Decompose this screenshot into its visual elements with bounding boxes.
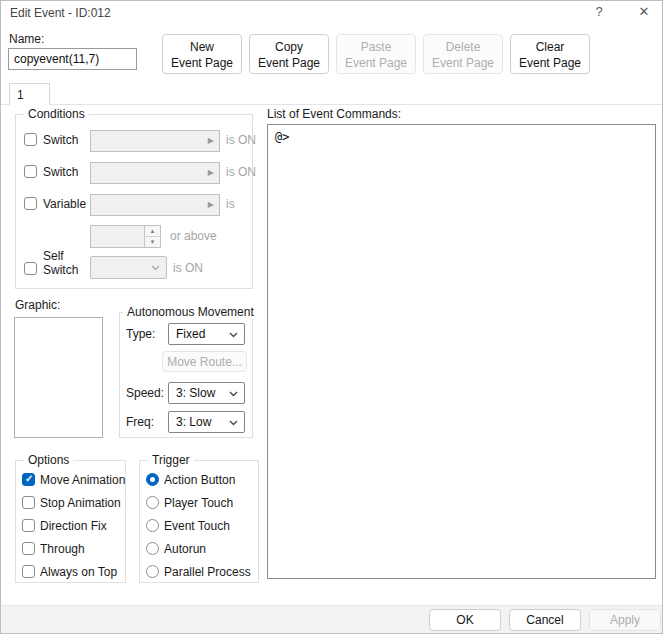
conditions-group: Conditions Switch ▶ is ON Switch ▶ is ON… bbox=[15, 114, 253, 289]
chevron-down-icon bbox=[229, 332, 238, 338]
through-checkbox[interactable] bbox=[22, 542, 35, 555]
commands-list-label: List of Event Commands: bbox=[267, 107, 401, 121]
cancel-button[interactable]: Cancel bbox=[509, 609, 581, 631]
movement-title: Autonomous Movement bbox=[123, 305, 258, 319]
trigger-group: Trigger Action Button Player Touch Event… bbox=[139, 460, 259, 583]
window-title: Edit Event - ID:012 bbox=[10, 6, 111, 20]
event-touch-radio[interactable] bbox=[146, 519, 159, 532]
self-switch-label-line1: Self bbox=[43, 249, 64, 263]
variable-label: Variable bbox=[43, 197, 86, 211]
dropdown-value: 3: Low bbox=[176, 415, 211, 429]
movement-freq-dropdown[interactable]: 3: Low bbox=[168, 411, 245, 433]
always-on-top-label: Always on Top bbox=[40, 565, 117, 579]
options-title: Options bbox=[24, 453, 73, 467]
autorun-label: Autorun bbox=[164, 542, 206, 556]
copy-event-page-button[interactable]: Copy Event Page bbox=[249, 34, 329, 74]
switch1-checkbox[interactable] bbox=[24, 133, 37, 146]
move-route-button[interactable]: Move Route... bbox=[162, 351, 247, 372]
button-label: Copy bbox=[275, 40, 303, 54]
button-label: Event Page bbox=[171, 56, 233, 70]
stop-animation-checkbox[interactable] bbox=[22, 496, 35, 509]
action-button-radio[interactable] bbox=[146, 473, 159, 486]
autorun-radio[interactable] bbox=[146, 542, 159, 555]
button-label: Event Page bbox=[258, 56, 320, 70]
footer-bar: OK Cancel Apply bbox=[1, 605, 663, 634]
dropdown-value: 3: Slow bbox=[176, 386, 215, 400]
titlebar: Edit Event - ID:012 ? ✕ bbox=[1, 1, 662, 27]
self-switch-checkbox[interactable] bbox=[24, 262, 37, 275]
button-label: Event Page bbox=[345, 56, 407, 70]
switch2-selector[interactable]: ▶ bbox=[90, 162, 220, 184]
tab-page-1[interactable]: 1 bbox=[9, 83, 50, 105]
graphic-picker-box[interactable] bbox=[14, 317, 103, 438]
direction-fix-checkbox[interactable] bbox=[22, 519, 35, 532]
command-line[interactable]: @> bbox=[268, 125, 655, 144]
tab-strip-divider bbox=[1, 104, 663, 105]
chevron-down-icon bbox=[229, 420, 238, 426]
variable-value-spinner[interactable]: ▲ ▼ bbox=[90, 225, 161, 248]
player-touch-radio[interactable] bbox=[146, 496, 159, 509]
self-switch-dropdown[interactable] bbox=[90, 256, 167, 279]
action-button-label: Action Button bbox=[164, 473, 235, 487]
button-label: Clear bbox=[536, 40, 565, 54]
button-label: Delete bbox=[446, 40, 481, 54]
conditions-title: Conditions bbox=[24, 107, 89, 121]
variable-selector[interactable]: ▶ bbox=[90, 194, 220, 216]
delete-event-page-button[interactable]: Delete Event Page bbox=[423, 34, 503, 74]
dropdown-value: Fixed bbox=[176, 327, 205, 341]
direction-fix-label: Direction Fix bbox=[40, 519, 107, 533]
self-switch-suffix: is ON bbox=[173, 261, 203, 275]
variable-checkbox[interactable] bbox=[24, 197, 37, 210]
move-animation-checkbox[interactable] bbox=[22, 473, 35, 486]
chevron-down-icon bbox=[229, 391, 238, 397]
event-touch-label: Event Touch bbox=[164, 519, 230, 533]
button-label: Paste bbox=[361, 40, 392, 54]
speed-label: Speed: bbox=[126, 386, 164, 400]
ok-button[interactable]: OK bbox=[429, 609, 501, 631]
switch1-label: Switch bbox=[43, 133, 78, 147]
name-input[interactable] bbox=[8, 48, 137, 70]
options-group: Options Move Animation Stop Animation Di… bbox=[15, 460, 126, 583]
self-switch-label-line2: Switch bbox=[43, 263, 78, 277]
event-commands-list[interactable]: @> bbox=[267, 124, 656, 579]
freq-label: Freq: bbox=[126, 415, 154, 429]
switch2-label: Switch bbox=[43, 165, 78, 179]
clear-event-page-button[interactable]: Clear Event Page bbox=[510, 34, 590, 74]
trigger-title: Trigger bbox=[148, 453, 194, 467]
self-switch-label: Self Switch bbox=[43, 249, 78, 277]
player-touch-label: Player Touch bbox=[164, 496, 233, 510]
edit-event-dialog: Edit Event - ID:012 ? ✕ Name: New Event … bbox=[0, 0, 663, 634]
movement-type-dropdown[interactable]: Fixed bbox=[168, 323, 245, 345]
move-animation-label: Move Animation bbox=[40, 473, 125, 487]
autonomous-movement-group: Autonomous Movement Type: Fixed Move Rou… bbox=[119, 312, 253, 438]
help-icon[interactable]: ? bbox=[590, 4, 608, 22]
chevron-down-icon bbox=[151, 265, 160, 271]
movement-speed-dropdown[interactable]: 3: Slow bbox=[168, 382, 245, 404]
spin-up-icon[interactable]: ▲ bbox=[145, 226, 160, 237]
button-label: Event Page bbox=[432, 56, 494, 70]
type-label: Type: bbox=[126, 327, 155, 341]
button-label: New bbox=[190, 40, 214, 54]
spinner-buttons: ▲ ▼ bbox=[144, 226, 160, 247]
parallel-process-label: Parallel Process bbox=[164, 565, 251, 579]
arrow-right-icon: ▶ bbox=[208, 169, 214, 177]
variable-suffix: is bbox=[226, 197, 235, 211]
switch1-selector[interactable]: ▶ bbox=[90, 130, 220, 152]
through-label: Through bbox=[40, 542, 85, 556]
arrow-right-icon: ▶ bbox=[208, 137, 214, 145]
spin-down-icon[interactable]: ▼ bbox=[145, 237, 160, 248]
button-label: Event Page bbox=[519, 56, 581, 70]
parallel-process-radio[interactable] bbox=[146, 565, 159, 578]
variable-value-suffix: or above bbox=[170, 229, 217, 243]
switch2-checkbox[interactable] bbox=[24, 165, 37, 178]
switch2-suffix: is ON bbox=[226, 165, 256, 179]
name-label: Name: bbox=[9, 32, 44, 46]
new-event-page-button[interactable]: New Event Page bbox=[162, 34, 242, 74]
apply-button[interactable]: Apply bbox=[589, 609, 661, 631]
graphic-label: Graphic: bbox=[15, 298, 60, 312]
always-on-top-checkbox[interactable] bbox=[22, 565, 35, 578]
arrow-right-icon: ▶ bbox=[208, 201, 214, 209]
close-icon[interactable]: ✕ bbox=[635, 4, 653, 22]
switch1-suffix: is ON bbox=[226, 133, 256, 147]
paste-event-page-button[interactable]: Paste Event Page bbox=[336, 34, 416, 74]
